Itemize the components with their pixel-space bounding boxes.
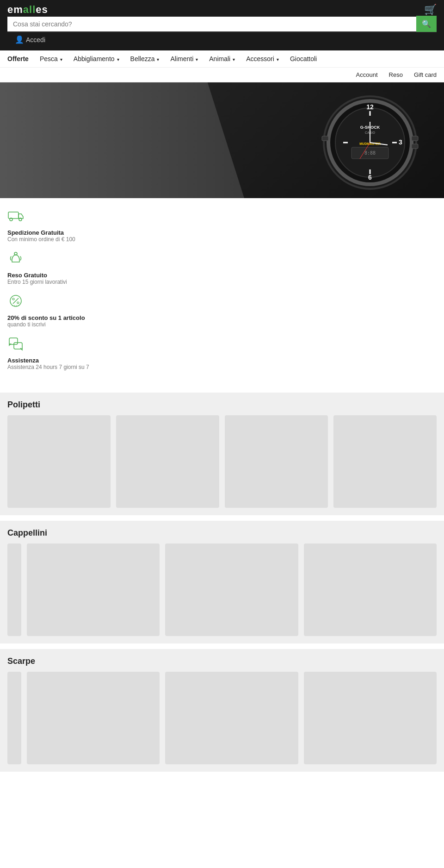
product-item[interactable] (304, 672, 437, 764)
nav-item-bellezza[interactable]: Bellezza (130, 55, 160, 62)
chevron-bellezza (156, 55, 159, 62)
product-item-small[interactable] (7, 672, 21, 764)
category-cappellini: Cappellini (0, 521, 444, 643)
svg-rect-21 (8, 212, 18, 219)
shipping-title: Spedizione Gratuita (7, 229, 64, 236)
features-section: Spedizione Gratuita Con minimo ordine di… (0, 198, 444, 387)
search-bar: 🔍 (7, 16, 437, 32)
shipping-desc: Con minimo ordine di € 100 (7, 236, 75, 243)
category-products-cappellini (7, 543, 437, 636)
category-products-polipetti (7, 415, 437, 508)
svg-text:3: 3 (399, 138, 402, 146)
accedi-label: Accedi (26, 36, 45, 44)
nav-item-offerte[interactable]: Offerte (7, 55, 29, 62)
product-item[interactable] (333, 415, 437, 508)
logo[interactable]: emalles (7, 4, 48, 16)
product-item-small[interactable] (7, 543, 21, 636)
person-icon: 👤 (15, 35, 24, 44)
return-title: Reso Gratuito (7, 272, 47, 279)
header-top: emalles 🛒 🔍 👤 Accedi (0, 0, 444, 50)
nav-item-pesca[interactable]: Pesca (40, 55, 62, 62)
product-item[interactable] (116, 415, 219, 508)
secondary-nav-giftcard[interactable]: Gift card (414, 71, 437, 78)
discount-title: 20% di sconto su 1 articolo (7, 314, 85, 321)
secondary-nav-reso[interactable]: Reso (389, 71, 403, 78)
svg-rect-19 (412, 144, 418, 149)
discount-icon (7, 293, 24, 312)
category-scarpe: Scarpe (0, 649, 444, 772)
feature-discount: 20% di sconto su 1 articolo quando ti is… (7, 293, 437, 328)
product-item[interactable] (27, 672, 160, 764)
support-title: Assistenza (7, 357, 39, 364)
product-item[interactable] (165, 672, 298, 764)
feature-return: Reso Gratuito Entro 15 giorni lavorativi (7, 250, 437, 285)
chevron-abbigliamento (116, 55, 119, 62)
svg-text:12: 12 (366, 103, 374, 111)
watch-svg: 8:88 G-SHOCK CASIO MUDMASTER 12 3 6 (319, 92, 421, 194)
discount-desc: quando ti iscrivi (7, 321, 46, 328)
nav-item-animali[interactable]: Animali (209, 55, 235, 62)
nav-item-accessori[interactable]: Accessori (246, 55, 279, 62)
search-input[interactable] (7, 17, 416, 31)
return-desc: Entro 15 giorni lavorativi (7, 279, 67, 285)
main-nav: Offerte Pesca Abbigliamento Bellezza Ali… (0, 50, 444, 68)
hero-watch: 8:88 G-SHOCK CASIO MUDMASTER 12 3 6 (310, 87, 430, 198)
hands-icon (7, 250, 24, 270)
category-products-scarpe (7, 672, 437, 764)
category-title-scarpe: Scarpe (7, 656, 437, 666)
product-item[interactable] (225, 415, 328, 508)
svg-rect-30 (14, 343, 22, 349)
product-item[interactable] (304, 543, 437, 636)
nav-item-alimenti[interactable]: Alimenti (170, 55, 198, 62)
chevron-animali (232, 55, 235, 62)
cart-icon[interactable]: 🛒 (424, 4, 437, 16)
hero-person-image (0, 82, 244, 198)
category-title-cappellini: Cappellini (7, 528, 437, 538)
category-polipetti: Polipetti (0, 393, 444, 515)
svg-text:6: 6 (368, 174, 372, 181)
nav-item-giocattoli[interactable]: Giocattoli (290, 55, 317, 62)
svg-line-26 (13, 298, 18, 304)
svg-rect-29 (9, 338, 18, 344)
product-item[interactable] (165, 543, 298, 636)
svg-rect-20 (322, 136, 328, 141)
product-item[interactable] (7, 415, 111, 508)
secondary-nav: Account Reso Gift card (0, 68, 444, 82)
secondary-nav-account[interactable]: Account (356, 71, 378, 78)
chevron-pesca (59, 55, 62, 62)
svg-point-27 (12, 298, 14, 300)
search-button[interactable]: 🔍 (416, 16, 437, 32)
chevron-accessori (276, 55, 279, 62)
product-item[interactable] (27, 543, 160, 636)
feature-shipping: Spedizione Gratuita Con minimo ordine di… (7, 207, 437, 243)
category-title-polipetti: Polipetti (7, 400, 437, 410)
account-bar: 👤 Accedi (7, 32, 437, 47)
support-desc: Assistenza 24 hours 7 giorni su 7 (7, 364, 89, 370)
svg-text:8:88: 8:88 (364, 150, 376, 156)
hero-banner: 8:88 G-SHOCK CASIO MUDMASTER 12 3 6 (0, 82, 444, 198)
chat-icon (7, 335, 24, 355)
truck-icon (7, 207, 24, 227)
svg-point-28 (17, 302, 19, 304)
chevron-alimenti (195, 55, 198, 62)
account-link[interactable]: Accedi (26, 36, 45, 44)
feature-support: Assistenza Assistenza 24 hours 7 giorni … (7, 335, 437, 370)
svg-rect-18 (412, 136, 418, 141)
nav-item-abbigliamento[interactable]: Abbigliamento (74, 55, 119, 62)
